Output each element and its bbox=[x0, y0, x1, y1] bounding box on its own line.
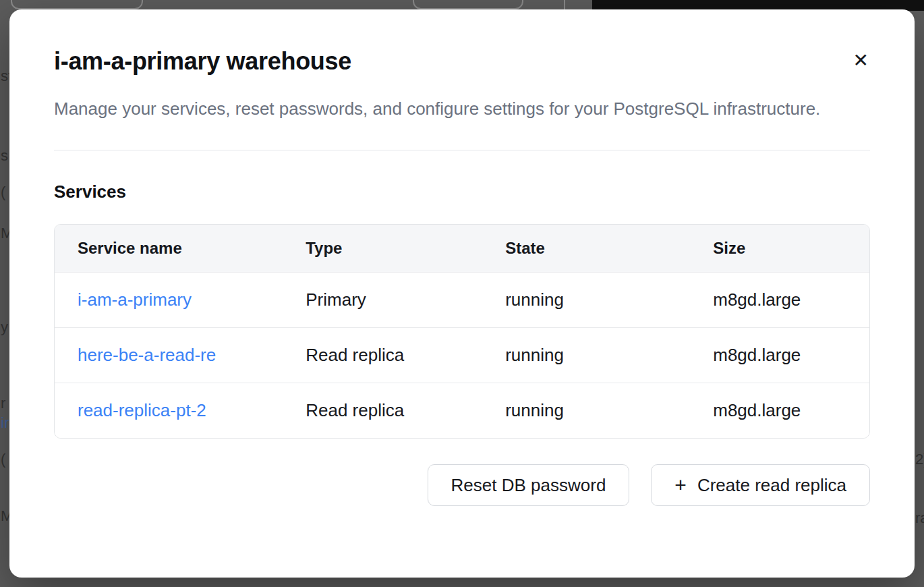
column-header-service-name: Service name bbox=[55, 225, 283, 273]
background-text-fragment: ( bbox=[1, 451, 5, 468]
service-state: running bbox=[482, 273, 690, 328]
background-divider bbox=[564, 0, 565, 9]
service-type: Read replica bbox=[283, 383, 482, 439]
create-read-replica-label: Create read replica bbox=[697, 475, 846, 496]
column-header-type: Type bbox=[283, 225, 482, 273]
background-link-fragment: ir bbox=[1, 414, 9, 432]
modal-description: Manage your services, reset passwords, a… bbox=[54, 94, 830, 123]
background-button-outline bbox=[413, 0, 523, 9]
background-text-fragment: r bbox=[1, 395, 5, 412]
table-row: here-be-a-read-re Read replica running m… bbox=[55, 328, 869, 383]
column-header-size: Size bbox=[690, 225, 869, 273]
table-header-row: Service name Type State Size bbox=[55, 225, 869, 273]
warehouse-modal: i-am-a-primary warehouse ✕ Manage your s… bbox=[9, 9, 915, 578]
service-name-link[interactable]: read-replica-pt-2 bbox=[78, 400, 206, 421]
screen: { "modal": { "title": "i-am-a-primary wa… bbox=[0, 0, 924, 587]
reset-db-password-button[interactable]: Reset DB password bbox=[428, 464, 630, 506]
background-text-fragment: 2) bbox=[915, 451, 924, 468]
background-text-fragment: ( bbox=[1, 184, 5, 201]
service-name-link[interactable]: i-am-a-primary bbox=[78, 289, 192, 310]
table-row: read-replica-pt-2 Read replica running m… bbox=[55, 383, 869, 439]
service-state: running bbox=[482, 328, 690, 383]
service-type: Read replica bbox=[283, 328, 482, 383]
background-text-fragment: y bbox=[1, 318, 8, 336]
column-header-state: State bbox=[482, 225, 690, 273]
background-text-fragment: ra bbox=[915, 509, 924, 527]
service-type: Primary bbox=[283, 273, 482, 328]
modal-title: i-am-a-primary warehouse bbox=[54, 47, 351, 76]
plus-icon: + bbox=[674, 475, 687, 495]
service-size: m8gd.large bbox=[690, 328, 869, 383]
services-table: Service name Type State Size i-am-a-prim… bbox=[54, 224, 870, 439]
table-row: i-am-a-primary Primary running m8gd.larg… bbox=[55, 273, 869, 328]
modal-actions: Reset DB password + Create read replica bbox=[54, 464, 870, 506]
modal-header: i-am-a-primary warehouse ✕ bbox=[54, 47, 870, 76]
service-state: running bbox=[482, 383, 690, 439]
service-size: m8gd.large bbox=[690, 383, 869, 439]
create-read-replica-button[interactable]: + Create read replica bbox=[651, 464, 870, 506]
background-button-outline bbox=[11, 0, 143, 9]
service-name-link[interactable]: here-be-a-read-re bbox=[78, 345, 216, 366]
close-icon[interactable]: ✕ bbox=[852, 47, 870, 74]
divider bbox=[54, 150, 870, 150]
service-size: m8gd.large bbox=[690, 273, 869, 328]
services-heading: Services bbox=[54, 181, 870, 202]
background-text-fragment: s bbox=[1, 147, 8, 165]
reset-db-password-label: Reset DB password bbox=[451, 475, 606, 496]
